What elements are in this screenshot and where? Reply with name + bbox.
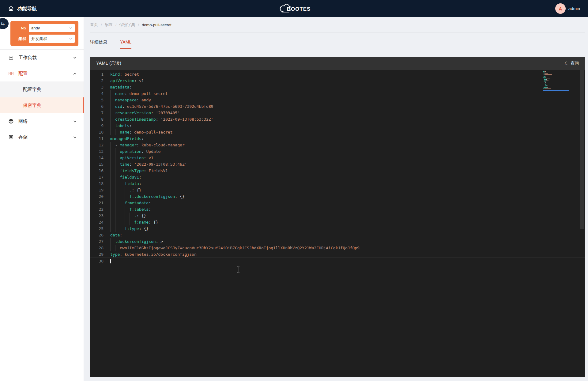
code-line: 17fieldsV1: [90,174,585,180]
text-cursor [110,259,111,263]
line-number: 11 [90,135,110,142]
sidebar-item-label: 网络 [18,119,28,124]
sidebar-item-label: 保密字典 [23,103,41,108]
code-line: 9labels: [90,123,585,129]
home-icon [8,6,14,12]
nav-home[interactable]: 功能导航 [8,6,37,12]
minimap-cursor-line [543,90,569,91]
code-line: 4name: demo-pull-secret [90,90,585,97]
breadcrumb-separator: / [101,23,102,27]
line-number: 1 [90,71,110,77]
tab-yaml[interactable]: YAML [120,40,131,49]
editor-scrollbar[interactable] [580,70,584,229]
sidebar-item-workloads[interactable]: 工作负载 [0,50,84,66]
code-line: 22f:labels: [90,206,585,213]
breadcrumb-item: demo-pull-secret [142,23,172,27]
breadcrumb-item[interactable]: 首页 [90,22,98,28]
line-number: 20 [90,193,110,200]
sidebar-item-label: 工作负载 [18,55,37,61]
line-number: 5 [90,97,110,103]
code-line: 28ewoJImF1dGhzIjogewoJCSJyZWcucnVuc3RhY2… [90,245,585,251]
sidebar-item-configmap[interactable]: 配置字典 [0,81,84,97]
line-number: 17 [90,174,110,180]
tab-bar: 详细信息YAML [90,33,585,49]
line-number: 24 [90,219,110,225]
code-line: 10name: demo-pull-secret [90,129,585,135]
line-number: 8 [90,116,110,123]
user-menu[interactable]: A admin [555,3,580,14]
code-line: 30 [90,258,585,264]
avatar: A [555,3,566,14]
sidebar: ⇆ NS andy 集群 开发集群 工作负载配置配置字典保密字典网络存储 [0,17,84,381]
line-number: 21 [90,200,110,206]
main-content: 首页/配置/保密字典/demo-pull-secret 详细信息YAML YAM… [84,17,588,381]
code-line: 19.: {} [90,187,585,193]
network-icon [8,119,14,124]
sidebar-item-network[interactable]: 网络 [0,113,84,129]
sidebar-item-secret[interactable]: 保密字典 [0,97,84,113]
code-line: 18f:data: [90,180,585,187]
code-line: 24f:name: {} [90,219,585,225]
cluster-select[interactable]: 开发集群 [29,35,75,43]
line-number: 18 [90,180,110,187]
cluster-label: 集群 [13,36,26,42]
sidebar-menu: 工作负载配置配置字典保密字典网络存储 [0,49,84,145]
code-line: 14apiVersion: v1 [90,155,585,161]
code-line: 1kind: Secret [90,71,585,77]
line-number: 12 [90,142,110,148]
editor-body[interactable]: 1kind: Secret2apiVersion: v13metadata:4n… [90,70,585,377]
chevron-down-icon [69,26,72,30]
chevron-down-icon [73,56,77,60]
minimap[interactable] [543,71,569,91]
code-area[interactable]: 1kind: Secret2apiVersion: v13metadata:4n… [90,71,585,264]
code-line: 29type: kubernetes.io/dockerconfigjson [90,251,585,258]
line-number: 15 [90,161,110,168]
code-line: 8creationTimestamp: '2022-09-13T08:53:32… [90,116,585,123]
namespace-select[interactable]: andy [29,24,75,32]
line-number: 13 [90,148,110,155]
line-number: 7 [90,110,110,116]
breadcrumb-item[interactable]: 配置 [105,22,113,28]
tab-details[interactable]: 详细信息 [90,40,107,49]
workload-icon [8,55,14,60]
code-line: 5namespace: andy [90,97,585,103]
breadcrumb-item[interactable]: 保密字典 [119,22,135,28]
code-line: 6uid: ec1d457e-5d76-475c-b693-7392d4bbfd… [90,103,585,110]
code-line: 12- manager: kube-cloud-manager [90,142,585,148]
username: admin [568,6,580,11]
sidebar-item-storage[interactable]: 存储 [0,129,84,145]
code-line: 25f:type: {} [90,225,585,232]
line-number: 22 [90,206,110,213]
chevron-down-icon [69,37,72,40]
sidebar-item-config[interactable]: 配置 [0,66,84,81]
sidebar-item-label: 存储 [18,134,28,140]
top-bar: 功能导航 BOOTES A admin [0,0,588,17]
ns-label: NS [13,26,26,30]
breadcrumb: 首页/配置/保密字典/demo-pull-secret [90,17,585,33]
line-number: 23 [90,213,110,219]
code-line: 11managedFields: [90,135,585,142]
breadcrumb-separator: / [138,23,139,27]
code-line: 23.: {} [90,213,585,219]
minimap-lines [543,71,569,89]
line-number: 27 [90,238,110,245]
line-number: 4 [90,90,110,97]
line-number: 28 [90,245,110,251]
moon-icon: ☾ [564,61,569,66]
code-line: 20f:.dockerconfigjson: {} [90,193,585,200]
line-number: 14 [90,155,110,161]
code-line: 7resourceVersion: '20703405' [90,110,585,116]
chevron-up-icon [73,72,77,76]
line-number: 10 [90,129,110,135]
night-mode-toggle[interactable]: ☾ 夜间 [565,61,579,66]
line-number: 26 [90,232,110,238]
brand-logo-text: BOOTES [287,6,311,12]
line-number: 29 [90,251,110,258]
editor-header: YAML (只读) ☾ 夜间 [90,57,585,70]
sidebar-collapse-button[interactable]: ⇆ [0,18,9,29]
code-line: 3metadata: [90,84,585,90]
chevron-down-icon [73,119,77,123]
sidebar-item-label: 配置字典 [23,87,41,92]
sidebar-item-label: 配置 [18,71,28,77]
line-number: 9 [90,123,110,129]
